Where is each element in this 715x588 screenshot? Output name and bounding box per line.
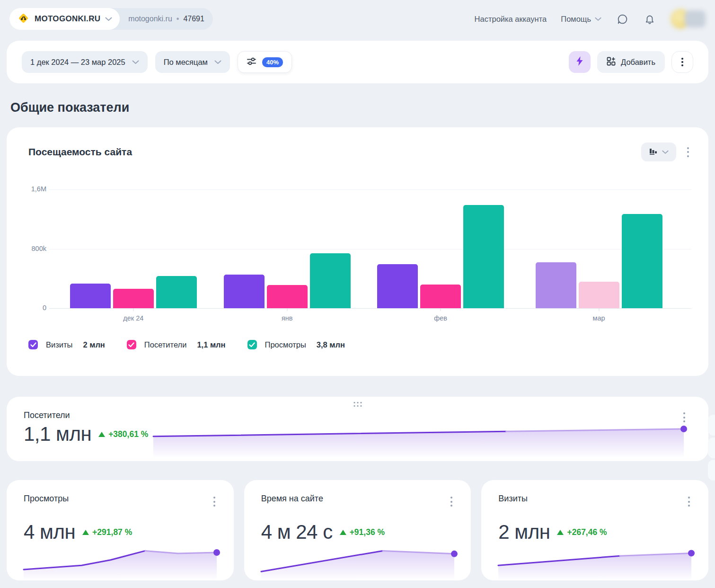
bar[interactable] <box>70 284 111 308</box>
counter-switcher[interactable]: MOTOGONKI.RU motogonki.ru • 47691 <box>9 8 213 30</box>
legend-item-visitors[interactable]: Посетители 1,1 млн <box>127 340 226 349</box>
chevron-down-icon <box>662 150 669 154</box>
legend-label: Посетители <box>144 340 187 349</box>
widget-title: Посетители <box>24 410 70 420</box>
sampling-badge: 40% <box>262 57 283 67</box>
legend-item-views[interactable]: Просмотры 3,8 млн <box>247 340 345 349</box>
grouping-selector[interactable]: По месяцам <box>155 51 230 73</box>
metric-delta: +380,61 % <box>98 429 148 439</box>
bar-group[interactable] <box>536 214 662 308</box>
bar-group[interactable] <box>224 253 351 308</box>
counter-selector[interactable]: MOTOGONKI.RU <box>9 8 120 30</box>
checkbox-checked-icon[interactable] <box>28 340 38 349</box>
add-widget-icon <box>607 57 616 68</box>
bar[interactable] <box>579 282 619 308</box>
metric-value: 1,1 млн <box>24 423 91 445</box>
chart-legend: Визиты 2 млн Посетители 1,1 млн Просмотр… <box>28 340 345 349</box>
sampling-settings-button[interactable]: 40% <box>238 51 292 73</box>
bar[interactable] <box>536 262 576 308</box>
counter-info: motogonki.ru • 47691 <box>120 15 213 23</box>
legend-item-visits[interactable]: Визиты 2 млн <box>28 340 105 349</box>
views-widget: Просмотры 4 млн +291,87 % <box>7 480 234 580</box>
metric-delta: +267,46 % <box>557 527 607 537</box>
widget-menu-button[interactable] <box>681 410 688 425</box>
trend-up-icon <box>557 530 564 535</box>
bar[interactable] <box>310 253 351 308</box>
x-axis: дек 24янвфевмар <box>49 308 691 327</box>
widget-menu-button[interactable] <box>211 494 218 509</box>
dashboard-toolbar: 1 дек 2024 — 23 мар 2025 По месяцам 40% <box>7 41 708 83</box>
bell-icon[interactable] <box>643 12 656 26</box>
trend-up-icon <box>98 432 105 437</box>
metric-value: 4 м 24 с <box>261 521 333 543</box>
widget-menu-button[interactable] <box>448 494 455 509</box>
counter-logo-icon <box>17 12 30 27</box>
x-axis-label: мар <box>593 314 605 322</box>
widget-menu-button[interactable] <box>686 494 692 509</box>
bar[interactable] <box>224 275 265 308</box>
drag-handle[interactable] <box>353 402 362 407</box>
x-axis-tick <box>441 308 441 311</box>
time-on-site-widget: Время на сайте 4 м 24 с +91,36 % <box>244 480 471 580</box>
lightning-icon <box>575 56 584 68</box>
checkbox-checked-icon[interactable] <box>247 340 257 349</box>
visitors-sparkline <box>153 427 684 458</box>
legend-value: 1,1 млн <box>197 340 225 349</box>
visits-widget: Визиты 2 млн +267,46 % <box>481 480 708 580</box>
x-axis-tick <box>287 308 287 311</box>
edge-panel-sliver <box>708 460 715 481</box>
chat-icon[interactable] <box>616 12 629 26</box>
chevron-down-icon <box>132 60 139 64</box>
y-axis-tick: 1,6M <box>16 185 46 193</box>
x-axis-label: фев <box>434 314 447 322</box>
legend-value: 2 млн <box>83 340 105 349</box>
widget-menu-button[interactable] <box>685 145 691 160</box>
bar[interactable] <box>377 264 418 308</box>
chart-type-selector[interactable] <box>641 143 676 161</box>
toolbar-menu-button[interactable] <box>671 51 693 73</box>
visitors-widget: Посетители 1,1 млн +380,61 % <box>7 397 708 461</box>
kebab-icon <box>681 58 683 66</box>
quick-actions-button[interactable] <box>569 51 591 73</box>
visits-sparkline <box>498 546 691 580</box>
grouping-value: По месяцам <box>164 58 208 67</box>
x-axis-tick <box>133 308 133 311</box>
sparkline-end-dot <box>680 426 687 432</box>
account-settings-link[interactable]: Настройка аккаунта <box>475 15 547 24</box>
bar-group[interactable] <box>377 205 504 308</box>
avatar-badge <box>685 10 706 27</box>
sparkline-end-dot <box>451 551 458 557</box>
sparkline-end-dot <box>213 549 220 556</box>
bar-group[interactable] <box>70 276 197 308</box>
top-bar: MOTOGONKI.RU motogonki.ru • 47691 Настро… <box>0 0 715 38</box>
date-range-value: 1 дек 2024 — 23 мар 2025 <box>30 58 125 67</box>
views-sparkline <box>24 546 217 580</box>
bar-chart-icon <box>649 147 658 157</box>
bar[interactable] <box>156 276 197 308</box>
metric-value: 4 млн <box>24 521 75 543</box>
time-on-site-sparkline <box>261 546 454 580</box>
site-traffic-widget: Посещаемость сайта 1,6M 800k <box>7 127 708 376</box>
x-axis-tick <box>599 308 599 311</box>
bar[interactable] <box>420 285 461 308</box>
bar[interactable] <box>622 214 662 308</box>
bar[interactable] <box>113 289 154 308</box>
widget-title: Просмотры <box>24 494 69 504</box>
help-menu[interactable]: Помощь <box>561 15 601 24</box>
counter-id: 47691 <box>183 15 204 23</box>
legend-label: Просмотры <box>265 340 306 349</box>
add-widget-button[interactable]: Добавить <box>597 51 665 73</box>
metric-delta: +91,36 % <box>340 527 385 537</box>
bar[interactable] <box>267 285 308 308</box>
chevron-down-icon <box>595 17 601 21</box>
counter-name: MOTOGONKI.RU <box>35 14 100 24</box>
metric-value: 2 млн <box>498 521 550 543</box>
avatar[interactable] <box>671 8 706 30</box>
help-label: Помощь <box>561 15 591 24</box>
trend-up-icon <box>82 530 89 535</box>
checkbox-checked-icon[interactable] <box>127 340 136 349</box>
bar[interactable] <box>463 205 504 308</box>
add-widget-label: Добавить <box>621 58 655 67</box>
legend-label: Визиты <box>46 340 72 349</box>
date-range-selector[interactable]: 1 дек 2024 — 23 мар 2025 <box>22 51 148 73</box>
